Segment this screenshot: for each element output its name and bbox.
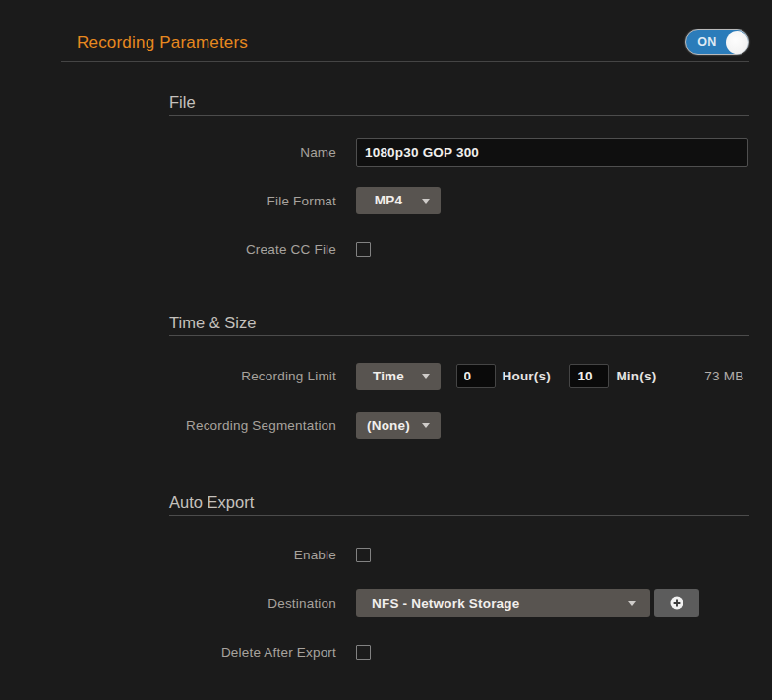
plus-icon [670, 596, 683, 610]
name-input[interactable] [356, 138, 748, 167]
minutes-input[interactable] [569, 364, 609, 388]
add-destination-button[interactable] [654, 589, 699, 617]
chevron-down-icon [628, 601, 636, 606]
row-delete-after-export: Delete After Export [61, 639, 749, 667]
enable-checkbox[interactable] [356, 548, 371, 562]
create-cc-checkbox[interactable] [356, 242, 371, 257]
recording-toggle[interactable]: ON [685, 29, 749, 55]
file-format-dropdown[interactable]: MP4 [356, 187, 441, 214]
destination-dropdown[interactable]: NFS - Network Storage [356, 589, 650, 617]
minutes-group: Min(s) [569, 364, 656, 388]
chevron-down-icon [422, 423, 430, 428]
destination-value: NFS - Network Storage [356, 589, 650, 617]
row-create-cc: Create CC File [61, 236, 749, 263]
destination-label: Destination [61, 596, 336, 611]
chevron-down-icon [422, 199, 430, 204]
section-file: File Name File Format MP4 Create CC File [61, 92, 749, 263]
panel-header: Recording Parameters ON [61, 0, 749, 62]
hours-group: Hour(s) [456, 364, 551, 388]
chevron-down-icon [422, 374, 430, 379]
section-title-file: File [169, 92, 749, 116]
row-name: Name [61, 138, 749, 167]
row-file-format: File Format MP4 [61, 187, 749, 214]
recording-limit-mode-dropdown[interactable]: Time [356, 363, 441, 390]
recording-segmentation-dropdown[interactable]: (None) [356, 412, 441, 439]
row-recording-segmentation: Recording Segmentation (None) [61, 412, 749, 439]
recording-segmentation-value: (None) [356, 412, 421, 439]
page-title: Recording Parameters [77, 33, 248, 53]
file-format-label: File Format [61, 194, 336, 208]
row-recording-limit: Recording Limit Time Hour(s) Min(s) 73 M… [61, 363, 749, 390]
recording-parameters-panel: Recording Parameters ON File Name File F… [61, 0, 749, 667]
delete-after-export-checkbox[interactable] [356, 645, 371, 660]
section-auto-export: Auto Export Enable Destination NFS - Net… [61, 493, 749, 667]
hours-unit-label: Hour(s) [503, 369, 551, 383]
hours-input[interactable] [456, 364, 496, 388]
estimated-size-text: 73 MB [704, 369, 743, 383]
row-destination: Destination NFS - Network Storage [61, 589, 749, 617]
section-time-size: Time & Size Recording Limit Time Hour(s)… [61, 313, 749, 439]
recording-limit-mode-value: Time [356, 363, 421, 390]
toggle-on-label: ON [686, 30, 728, 54]
section-title-time-size: Time & Size [169, 313, 749, 336]
minutes-unit-label: Min(s) [616, 369, 656, 383]
name-label: Name [61, 146, 336, 160]
toggle-knob [726, 31, 748, 54]
row-enable: Enable [61, 542, 749, 569]
enable-label: Enable [61, 548, 336, 562]
recording-limit-label: Recording Limit [61, 369, 336, 383]
create-cc-label: Create CC File [61, 242, 336, 257]
delete-after-export-label: Delete After Export [61, 645, 336, 660]
file-format-value: MP4 [356, 187, 421, 214]
section-title-auto-export: Auto Export [169, 493, 749, 516]
recording-segmentation-label: Recording Segmentation [61, 418, 336, 433]
